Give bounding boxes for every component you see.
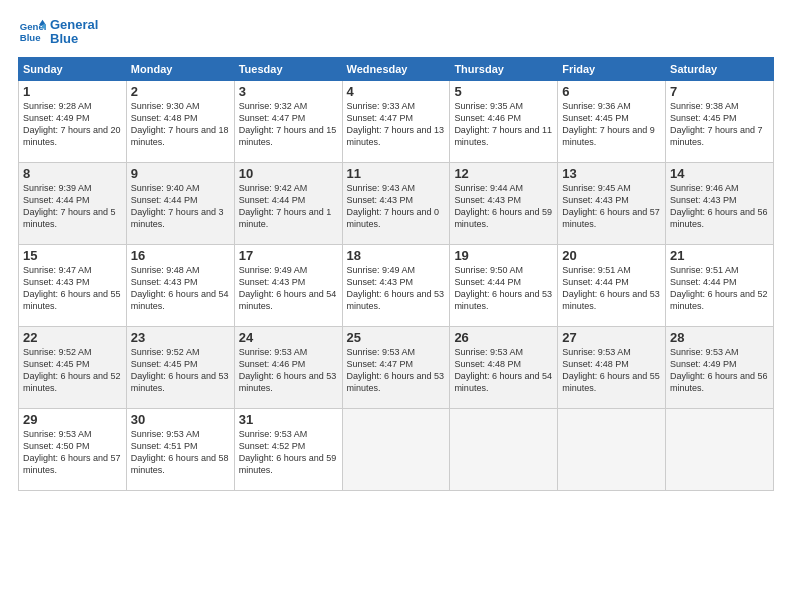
- cell-info: Sunrise: 9:53 AMSunset: 4:52 PMDaylight:…: [239, 429, 337, 475]
- day-number: 12: [454, 166, 553, 181]
- calendar-cell: 9Sunrise: 9:40 AMSunset: 4:44 PMDaylight…: [126, 162, 234, 244]
- cell-info: Sunrise: 9:53 AMSunset: 4:49 PMDaylight:…: [670, 347, 768, 393]
- calendar-body: 1Sunrise: 9:28 AMSunset: 4:49 PMDaylight…: [19, 80, 774, 490]
- day-number: 4: [347, 84, 446, 99]
- calendar-cell: 2Sunrise: 9:30 AMSunset: 4:48 PMDaylight…: [126, 80, 234, 162]
- day-number: 18: [347, 248, 446, 263]
- cell-info: Sunrise: 9:48 AMSunset: 4:43 PMDaylight:…: [131, 265, 229, 311]
- day-number: 14: [670, 166, 769, 181]
- col-header-friday: Friday: [558, 57, 666, 80]
- calendar-cell: [666, 408, 774, 490]
- day-number: 15: [23, 248, 122, 263]
- logo-blue: Blue: [50, 32, 98, 46]
- calendar-cell: 16Sunrise: 9:48 AMSunset: 4:43 PMDayligh…: [126, 244, 234, 326]
- cell-info: Sunrise: 9:28 AMSunset: 4:49 PMDaylight:…: [23, 101, 121, 147]
- calendar-cell: 12Sunrise: 9:44 AMSunset: 4:43 PMDayligh…: [450, 162, 558, 244]
- calendar-cell: 19Sunrise: 9:50 AMSunset: 4:44 PMDayligh…: [450, 244, 558, 326]
- cell-info: Sunrise: 9:53 AMSunset: 4:46 PMDaylight:…: [239, 347, 337, 393]
- col-header-sunday: Sunday: [19, 57, 127, 80]
- day-number: 5: [454, 84, 553, 99]
- day-number: 13: [562, 166, 661, 181]
- calendar-cell: 3Sunrise: 9:32 AMSunset: 4:47 PMDaylight…: [234, 80, 342, 162]
- day-number: 22: [23, 330, 122, 345]
- calendar-cell: 5Sunrise: 9:35 AMSunset: 4:46 PMDaylight…: [450, 80, 558, 162]
- calendar-cell: [342, 408, 450, 490]
- week-row-1: 1Sunrise: 9:28 AMSunset: 4:49 PMDaylight…: [19, 80, 774, 162]
- calendar-cell: 15Sunrise: 9:47 AMSunset: 4:43 PMDayligh…: [19, 244, 127, 326]
- cell-info: Sunrise: 9:53 AMSunset: 4:51 PMDaylight:…: [131, 429, 229, 475]
- cell-info: Sunrise: 9:45 AMSunset: 4:43 PMDaylight:…: [562, 183, 660, 229]
- day-number: 3: [239, 84, 338, 99]
- calendar-cell: 10Sunrise: 9:42 AMSunset: 4:44 PMDayligh…: [234, 162, 342, 244]
- cell-info: Sunrise: 9:52 AMSunset: 4:45 PMDaylight:…: [23, 347, 121, 393]
- calendar-cell: 18Sunrise: 9:49 AMSunset: 4:43 PMDayligh…: [342, 244, 450, 326]
- cell-info: Sunrise: 9:39 AMSunset: 4:44 PMDaylight:…: [23, 183, 116, 229]
- cell-info: Sunrise: 9:53 AMSunset: 4:47 PMDaylight:…: [347, 347, 445, 393]
- calendar-table: SundayMondayTuesdayWednesdayThursdayFrid…: [18, 57, 774, 491]
- cell-info: Sunrise: 9:40 AMSunset: 4:44 PMDaylight:…: [131, 183, 224, 229]
- week-row-3: 15Sunrise: 9:47 AMSunset: 4:43 PMDayligh…: [19, 244, 774, 326]
- cell-info: Sunrise: 9:36 AMSunset: 4:45 PMDaylight:…: [562, 101, 655, 147]
- cell-info: Sunrise: 9:33 AMSunset: 4:47 PMDaylight:…: [347, 101, 445, 147]
- week-row-2: 8Sunrise: 9:39 AMSunset: 4:44 PMDaylight…: [19, 162, 774, 244]
- day-number: 11: [347, 166, 446, 181]
- col-header-wednesday: Wednesday: [342, 57, 450, 80]
- calendar-cell: 21Sunrise: 9:51 AMSunset: 4:44 PMDayligh…: [666, 244, 774, 326]
- day-number: 16: [131, 248, 230, 263]
- cell-info: Sunrise: 9:47 AMSunset: 4:43 PMDaylight:…: [23, 265, 121, 311]
- cell-info: Sunrise: 9:51 AMSunset: 4:44 PMDaylight:…: [562, 265, 660, 311]
- cell-info: Sunrise: 9:50 AMSunset: 4:44 PMDaylight:…: [454, 265, 552, 311]
- cell-info: Sunrise: 9:49 AMSunset: 4:43 PMDaylight:…: [239, 265, 337, 311]
- day-number: 23: [131, 330, 230, 345]
- logo: General Blue General Blue: [18, 18, 98, 47]
- cell-info: Sunrise: 9:51 AMSunset: 4:44 PMDaylight:…: [670, 265, 768, 311]
- cell-info: Sunrise: 9:42 AMSunset: 4:44 PMDaylight:…: [239, 183, 332, 229]
- calendar-cell: 25Sunrise: 9:53 AMSunset: 4:47 PMDayligh…: [342, 326, 450, 408]
- cell-info: Sunrise: 9:49 AMSunset: 4:43 PMDaylight:…: [347, 265, 445, 311]
- cell-info: Sunrise: 9:53 AMSunset: 4:48 PMDaylight:…: [454, 347, 552, 393]
- header: General Blue General Blue: [18, 18, 774, 47]
- calendar-cell: 20Sunrise: 9:51 AMSunset: 4:44 PMDayligh…: [558, 244, 666, 326]
- day-number: 30: [131, 412, 230, 427]
- col-header-monday: Monday: [126, 57, 234, 80]
- day-number: 25: [347, 330, 446, 345]
- day-number: 1: [23, 84, 122, 99]
- day-number: 9: [131, 166, 230, 181]
- calendar-cell: 28Sunrise: 9:53 AMSunset: 4:49 PMDayligh…: [666, 326, 774, 408]
- day-number: 31: [239, 412, 338, 427]
- cell-info: Sunrise: 9:38 AMSunset: 4:45 PMDaylight:…: [670, 101, 763, 147]
- logo-icon: General Blue: [18, 18, 46, 46]
- calendar-cell: 4Sunrise: 9:33 AMSunset: 4:47 PMDaylight…: [342, 80, 450, 162]
- calendar-cell: 27Sunrise: 9:53 AMSunset: 4:48 PMDayligh…: [558, 326, 666, 408]
- day-number: 24: [239, 330, 338, 345]
- cell-info: Sunrise: 9:53 AMSunset: 4:50 PMDaylight:…: [23, 429, 121, 475]
- calendar-cell: 17Sunrise: 9:49 AMSunset: 4:43 PMDayligh…: [234, 244, 342, 326]
- logo-general: General: [50, 18, 98, 32]
- svg-text:Blue: Blue: [20, 32, 41, 43]
- day-number: 19: [454, 248, 553, 263]
- week-row-4: 22Sunrise: 9:52 AMSunset: 4:45 PMDayligh…: [19, 326, 774, 408]
- calendar-cell: 1Sunrise: 9:28 AMSunset: 4:49 PMDaylight…: [19, 80, 127, 162]
- day-number: 17: [239, 248, 338, 263]
- day-number: 29: [23, 412, 122, 427]
- calendar-cell: 22Sunrise: 9:52 AMSunset: 4:45 PMDayligh…: [19, 326, 127, 408]
- cell-info: Sunrise: 9:30 AMSunset: 4:48 PMDaylight:…: [131, 101, 229, 147]
- calendar-cell: 30Sunrise: 9:53 AMSunset: 4:51 PMDayligh…: [126, 408, 234, 490]
- day-number: 2: [131, 84, 230, 99]
- col-header-thursday: Thursday: [450, 57, 558, 80]
- cell-info: Sunrise: 9:35 AMSunset: 4:46 PMDaylight:…: [454, 101, 552, 147]
- day-number: 8: [23, 166, 122, 181]
- col-header-tuesday: Tuesday: [234, 57, 342, 80]
- calendar-page: General Blue General Blue SundayMondayTu…: [0, 0, 792, 612]
- day-number: 7: [670, 84, 769, 99]
- cell-info: Sunrise: 9:44 AMSunset: 4:43 PMDaylight:…: [454, 183, 552, 229]
- col-header-saturday: Saturday: [666, 57, 774, 80]
- day-number: 27: [562, 330, 661, 345]
- week-row-5: 29Sunrise: 9:53 AMSunset: 4:50 PMDayligh…: [19, 408, 774, 490]
- calendar-header-row: SundayMondayTuesdayWednesdayThursdayFrid…: [19, 57, 774, 80]
- day-number: 20: [562, 248, 661, 263]
- day-number: 6: [562, 84, 661, 99]
- day-number: 10: [239, 166, 338, 181]
- day-number: 26: [454, 330, 553, 345]
- calendar-cell: 14Sunrise: 9:46 AMSunset: 4:43 PMDayligh…: [666, 162, 774, 244]
